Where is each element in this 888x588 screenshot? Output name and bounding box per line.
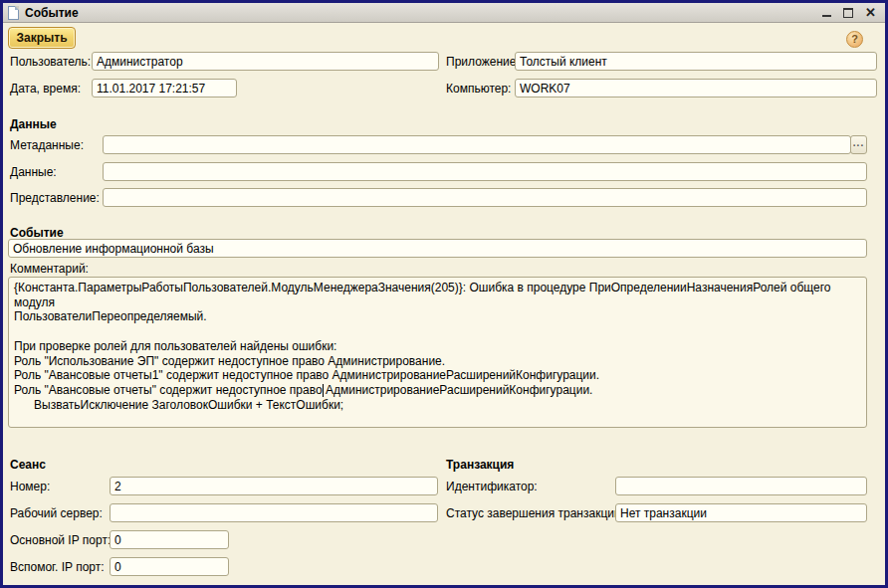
metadata-select-button[interactable]: ... xyxy=(850,135,867,154)
session-number-field[interactable] xyxy=(110,477,438,495)
comment-label: Комментарий: xyxy=(10,262,89,276)
close-button[interactable]: Закрыть xyxy=(8,27,76,49)
maximize-icon[interactable] xyxy=(843,8,853,18)
transaction-status-label: Статус завершения транзакции: xyxy=(446,506,624,520)
aux-ip-port-label: Вспомог. IP порт: xyxy=(10,560,105,574)
application-field[interactable] xyxy=(515,52,877,71)
aux-ip-port-field[interactable] xyxy=(110,557,229,576)
data-section-header: Данные xyxy=(10,117,57,131)
text-cursor xyxy=(323,384,324,397)
metadata-field[interactable] xyxy=(103,135,851,154)
transaction-id-field[interactable] xyxy=(615,477,867,495)
close-icon[interactable]: ✕ xyxy=(865,8,876,18)
event-field[interactable] xyxy=(8,239,867,258)
application-label: Приложение: xyxy=(446,55,520,69)
minimize-icon[interactable] xyxy=(822,8,831,17)
document-icon xyxy=(8,6,19,20)
user-label: Пользователь: xyxy=(10,55,91,69)
help-icon[interactable]: ? xyxy=(846,31,863,48)
title-bar: Событие ✕ xyxy=(3,3,885,23)
transaction-id-label: Идентификатор: xyxy=(446,480,538,493)
session-number-label: Номер: xyxy=(10,480,50,493)
main-ip-port-label: Основной IP порт: xyxy=(10,533,111,547)
transaction-section-header: Транзакция xyxy=(446,458,514,472)
main-ip-port-field[interactable] xyxy=(110,530,229,549)
data-field[interactable] xyxy=(103,162,867,181)
comment-textarea[interactable]: {Константа.ПараметрыРаботыПользователей.… xyxy=(8,277,867,428)
computer-field[interactable] xyxy=(515,79,877,98)
event-section-header: Событие xyxy=(10,226,64,240)
datetime-label: Дата, время: xyxy=(10,82,81,96)
presentation-label: Представление: xyxy=(10,191,100,205)
working-server-label: Рабочий сервер: xyxy=(10,506,103,520)
event-window: Событие ✕ Закрыть ? Пользователь: Прилож… xyxy=(0,0,888,588)
window-title: Событие xyxy=(25,6,79,20)
metadata-label: Метаданные: xyxy=(10,138,84,152)
window-controls: ✕ xyxy=(822,8,880,18)
presentation-field[interactable] xyxy=(103,188,867,207)
computer-label: Компьютер: xyxy=(446,82,511,96)
form-body: Закрыть ? Пользователь: Приложение: Дата… xyxy=(3,23,885,585)
transaction-status-field[interactable] xyxy=(615,503,867,522)
working-server-field[interactable] xyxy=(110,503,438,522)
session-section-header: Сеанс xyxy=(10,458,46,472)
user-field[interactable] xyxy=(92,52,439,71)
data-label: Данные: xyxy=(10,165,57,179)
datetime-field[interactable] xyxy=(92,79,237,98)
